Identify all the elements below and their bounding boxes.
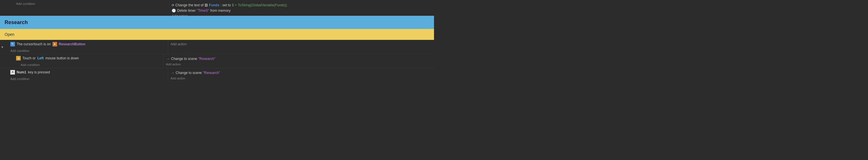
research-button-name[interactable]: ResearchButton bbox=[59, 41, 86, 47]
change-text-icon: ⟳ bbox=[172, 3, 174, 8]
cond-touch-mouse: 🖱 Touch or Left mouse button is down bbox=[8, 54, 163, 62]
num1-add-condition[interactable]: Add condition bbox=[5, 76, 168, 80]
research-header: Research bbox=[0, 16, 434, 29]
scene-arrow-icon-1: → bbox=[166, 56, 170, 62]
scene-name-1[interactable]: "Research" bbox=[198, 56, 216, 62]
cursor-condition-col: ↖ The cursor/touch is on ■ ResearchButto… bbox=[5, 40, 168, 54]
change-scene-text-1: Change to scene bbox=[171, 56, 197, 62]
num1-action-col: → Change to scene "Research" Add action bbox=[168, 68, 434, 80]
open-label: Open bbox=[5, 32, 14, 37]
change-text-set: : set to bbox=[220, 3, 231, 8]
action-change-scene-2: → Change to scene "Research" bbox=[170, 70, 432, 76]
timer-name[interactable]: "TimeS" bbox=[197, 8, 209, 13]
main-container: Add condition ⟳ Change the text of 🖼 Fun… bbox=[0, 0, 434, 80]
mouse-button-text: mouse button is down bbox=[45, 56, 79, 61]
prev-actions-bar: Add condition ⟳ Change the text of 🖼 Fun… bbox=[0, 0, 434, 16]
funds-name[interactable]: Funds bbox=[209, 3, 219, 8]
cursor-touch-text: The cursor/touch is on bbox=[17, 41, 51, 47]
prev-condition-col: Add condition bbox=[6, 1, 169, 7]
change-scene-text-2: Change to scene bbox=[176, 70, 202, 76]
cond-cursor-touch: ↖ The cursor/touch is on ■ ResearchButto… bbox=[5, 40, 168, 48]
num1-icon: A bbox=[10, 70, 15, 74]
sub-action-col: → Change to scene "Research" Add action bbox=[164, 54, 434, 68]
cond-num1: A Num1 key is pressed bbox=[5, 68, 168, 76]
sub-add-condition[interactable]: Add condition bbox=[8, 62, 163, 68]
event-row-num1: A Num1 key is pressed Add condition → Ch… bbox=[0, 68, 434, 80]
sub-event-touch-row: 🖱 Touch or Left mouse button is down Add… bbox=[0, 54, 434, 68]
scene-name-2[interactable]: "Research" bbox=[203, 70, 220, 76]
cursor-add-condition[interactable]: Add condition bbox=[5, 48, 168, 54]
open-row: Open bbox=[0, 29, 434, 40]
change-text-value: $ + ToString(GlobalVariable(Funds)) bbox=[232, 3, 287, 8]
num1-text[interactable]: Num1 bbox=[17, 70, 26, 75]
cursor-icon: ↖ bbox=[10, 42, 15, 46]
prev-action-delete-timer: 🕐 Delete timer "TimeS" from memory bbox=[172, 8, 432, 13]
research-button-icon: ■ bbox=[53, 42, 57, 46]
sub-condition-col: 🖱 Touch or Left mouse button is down Add… bbox=[8, 54, 164, 68]
num1-gutter bbox=[0, 68, 5, 80]
toggle-arrow-icon[interactable]: ▼ bbox=[1, 45, 4, 49]
num1-add-action[interactable]: Add action bbox=[170, 76, 432, 80]
funds-icon: 🖼 bbox=[205, 3, 208, 8]
delete-timer-rest: from memory bbox=[210, 8, 230, 13]
left-keyword[interactable]: Left bbox=[37, 56, 43, 61]
cursor-add-action[interactable]: Add action bbox=[170, 42, 432, 46]
touch-text: Touch or bbox=[22, 56, 36, 61]
mouse-icon: 🖱 bbox=[16, 56, 21, 61]
change-text-label: Change the text of bbox=[175, 3, 204, 8]
event-row-cursor: ▼ ↖ The cursor/touch is on ■ ResearchBut… bbox=[0, 40, 434, 54]
clock-icon: 🕐 bbox=[172, 8, 176, 13]
cursor-action-col: Add action bbox=[168, 40, 434, 54]
event-toggle-gutter: ▼ bbox=[0, 40, 5, 54]
delete-timer-label: Delete timer bbox=[177, 8, 196, 13]
prev-action-change-text: ⟳ Change the text of 🖼 Funds : set to $ … bbox=[172, 3, 432, 8]
num1-key-text: key is pressed bbox=[28, 70, 50, 75]
prev-add-condition[interactable]: Add condition bbox=[6, 1, 169, 7]
sub-indent bbox=[0, 54, 8, 68]
action-change-scene-1: → Change to scene "Research" bbox=[166, 56, 432, 62]
sub-add-action[interactable]: Add action bbox=[166, 63, 432, 66]
num1-condition-col: A Num1 key is pressed Add condition bbox=[5, 68, 168, 80]
scene-arrow-icon-2: → bbox=[170, 70, 175, 76]
research-title: Research bbox=[5, 20, 28, 26]
